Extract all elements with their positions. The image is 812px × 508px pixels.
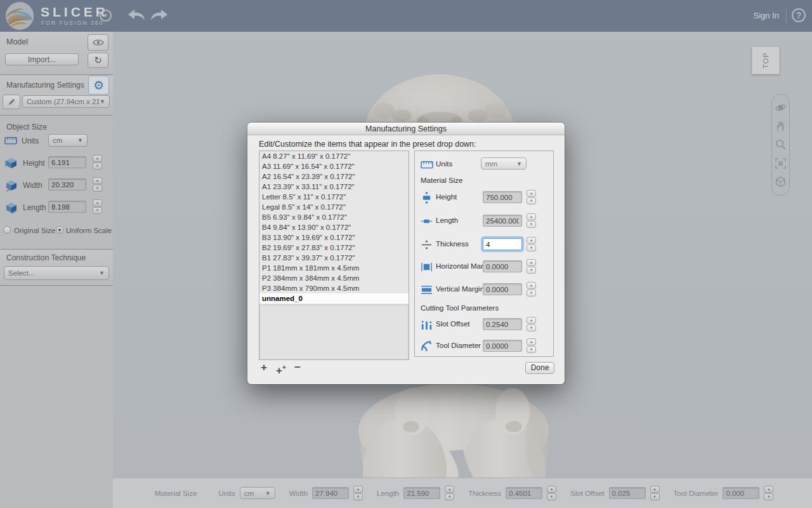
preset-list-empty-area <box>259 304 409 359</box>
slot-offset-icon <box>421 319 433 331</box>
duplicate-preset-button[interactable]: ++ <box>276 361 286 377</box>
add-preset-button[interactable]: + <box>261 361 267 373</box>
preset-item[interactable]: P3 384mm x 790mm x 4.5mm <box>259 283 409 293</box>
done-button[interactable]: Done <box>525 362 554 374</box>
modal-units-value: mm <box>485 160 497 168</box>
step-up-icon[interactable]: ▲ <box>527 237 536 244</box>
preset-list[interactable]: A4 8.27" x 11.69" x 0.1772" A3 11.69" x … <box>259 150 409 360</box>
modal-slot-offset-input[interactable] <box>483 318 522 330</box>
remove-preset-button[interactable]: − <box>294 361 301 373</box>
modal-vertical-margin-label: Vertical Margin <box>436 285 484 293</box>
step-up-icon[interactable]: ▲ <box>527 317 536 324</box>
step-down-icon[interactable]: ▼ <box>527 244 536 251</box>
modal-units-row: Units mm ▼ <box>415 157 553 173</box>
thickness-icon <box>421 239 433 251</box>
preset-item[interactable]: Legal 8.5" x 14" x 0.1772" <box>259 202 409 212</box>
material-height-icon <box>421 192 433 204</box>
plus-sup-icon: + <box>282 364 286 371</box>
modal-height-input[interactable] <box>483 191 522 203</box>
material-size-heading: Material Size <box>421 177 462 184</box>
preset-item[interactable]: A4 8.27" x 11.69" x 0.1772" <box>259 151 409 161</box>
step-up-icon[interactable]: ▲ <box>527 190 536 197</box>
preset-item[interactable]: P2 384mm x 384mm x 4.5mm <box>259 273 409 283</box>
dialog-instruction: Edit/Customize the items that appear in … <box>259 140 476 149</box>
step-down-icon[interactable]: ▼ <box>527 197 536 204</box>
preset-item[interactable]: B4 9.84" x 13.90" x 0.1772" <box>259 222 409 232</box>
modal-units-dropdown[interactable]: mm ▼ <box>481 157 527 170</box>
modal-length-label: Length <box>436 217 458 224</box>
step-up-icon[interactable]: ▲ <box>527 338 536 345</box>
preset-item[interactable]: A1 23.39" x 33.11" x 0.1772" <box>259 182 409 192</box>
modal-thickness-stepper[interactable]: ▲▼ <box>527 237 536 251</box>
preset-settings-panel: Units mm ▼ Material Size Height ▲▼ Lengt… <box>414 150 554 357</box>
preset-item[interactable]: B2 19.69" x 27.83" x 0.1772" <box>259 243 409 253</box>
preset-item[interactable]: B5 6.93" x 9.84" x 0.1772" <box>259 212 409 222</box>
modal-length-stepper[interactable]: ▲▼ <box>527 213 536 228</box>
modal-thickness-input[interactable] <box>483 238 522 250</box>
modal-slot-offset-label: Slot Offset <box>436 320 469 328</box>
preset-item[interactable]: B1 27.83" x 39.37" x 0.1772" <box>259 253 409 263</box>
plus-icon: + <box>276 364 282 377</box>
tool-diameter-icon <box>421 340 433 352</box>
step-down-icon[interactable]: ▼ <box>527 290 536 297</box>
modal-tool-diameter-stepper[interactable]: ▲▼ <box>527 338 536 353</box>
modal-height-stepper[interactable]: ▲▼ <box>527 190 536 204</box>
modal-height-label: Height <box>436 193 457 201</box>
preset-item[interactable]: Letter 8.5" x 11" x 0.1772" <box>259 192 409 202</box>
modal-units-label: Units <box>436 160 452 168</box>
dialog-title[interactable]: Manufacturing Settings <box>247 123 565 135</box>
chevron-down-icon: ▼ <box>516 161 522 167</box>
step-down-icon[interactable]: ▼ <box>527 267 536 274</box>
step-up-icon[interactable]: ▲ <box>527 282 536 289</box>
modal-thickness-row: Thickness ▲▼ <box>415 237 553 253</box>
step-down-icon[interactable]: ▼ <box>527 346 536 353</box>
step-up-icon[interactable]: ▲ <box>527 213 536 220</box>
horizontal-margin-icon <box>421 261 433 273</box>
modal-height-row: Height ▲▼ <box>415 190 553 206</box>
modal-length-input[interactable] <box>483 215 522 227</box>
modal-tool-diameter-input[interactable] <box>483 340 522 352</box>
manufacturing-settings-dialog: Manufacturing Settings Edit/Customize th… <box>247 123 565 384</box>
preset-item[interactable]: A3 11.69" x 16.54" x 0.1772" <box>259 161 409 171</box>
modal-slot-offset-row: Slot Offset ▲▼ <box>415 318 553 333</box>
preset-item-selected[interactable]: unnamed_0 <box>259 293 409 304</box>
modal-horizontal-margin-row: Horizontal Margin ▲▼ <box>415 260 553 275</box>
preset-item[interactable]: A2 16.54" x 23.39" x 0.1772" <box>259 171 409 182</box>
modal-vertical-margin-row: Vertical Margin ▲▼ <box>415 283 553 298</box>
modal-vertical-margin-stepper[interactable]: ▲▼ <box>527 282 536 297</box>
preset-item[interactable]: P1 181mm x 181mm x 4.5mm <box>259 263 409 273</box>
modal-tool-diameter-row: Tool Diameter ▲▼ <box>415 339 553 354</box>
modal-thickness-label: Thickness <box>436 240 469 248</box>
cutting-tool-heading: Cutting Tool Parameters <box>421 304 499 312</box>
material-length-icon <box>421 215 433 227</box>
modal-length-row: Length ▲▼ <box>415 214 553 229</box>
vertical-margin-icon <box>421 284 433 296</box>
modal-slot-offset-stepper[interactable]: ▲▼ <box>527 317 536 331</box>
step-up-icon[interactable]: ▲ <box>527 259 536 266</box>
modal-horizontal-margin-stepper[interactable]: ▲▼ <box>527 259 536 274</box>
preset-item[interactable]: B3 13.90" x 19.69" x 0.1772" <box>259 232 409 243</box>
units-icon <box>421 160 433 170</box>
step-down-icon[interactable]: ▼ <box>527 324 536 331</box>
modal-tool-diameter-label: Tool Diameter <box>436 342 481 349</box>
step-down-icon[interactable]: ▼ <box>527 221 536 228</box>
modal-vertical-margin-input[interactable] <box>483 283 522 295</box>
modal-horizontal-margin-input[interactable] <box>483 260 522 272</box>
